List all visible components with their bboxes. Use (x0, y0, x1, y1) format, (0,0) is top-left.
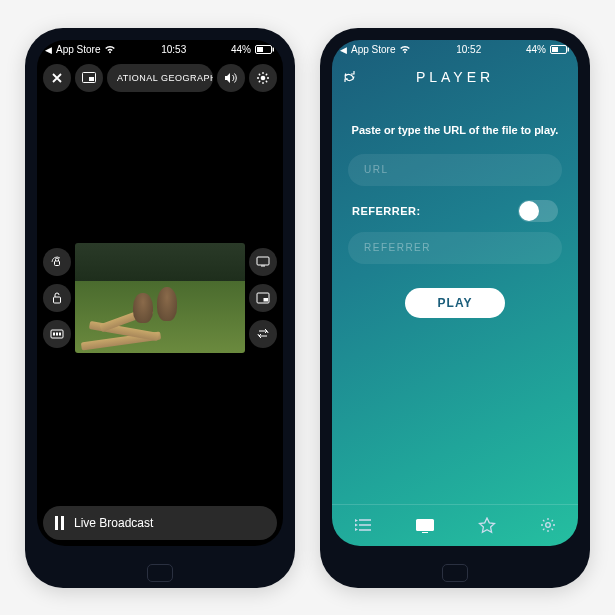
quality-icon[interactable] (43, 320, 71, 348)
svg-rect-19 (422, 532, 428, 533)
volume-button[interactable] (217, 64, 245, 92)
unlock-icon[interactable] (43, 284, 71, 312)
svg-point-20 (545, 523, 550, 528)
back-to-app-label[interactable]: App Store (351, 44, 395, 55)
phone-left: ◀ App Store 10:53 44% ATIONAL GEOGRA (25, 28, 295, 588)
play-button-label: PLAY (438, 296, 473, 310)
referrer-row: REFERRER: (348, 200, 562, 222)
svg-rect-2 (273, 48, 275, 52)
svg-rect-7 (54, 297, 61, 303)
ios-status-bar: ◀ App Store 10:53 44% (37, 40, 283, 60)
pause-button[interactable] (55, 516, 64, 530)
playlist-icon[interactable] (354, 518, 372, 532)
side-controls-right (249, 248, 277, 348)
ios-status-bar: ◀ App Store 10:52 44% (332, 40, 578, 60)
svg-rect-18 (416, 519, 434, 531)
battery-icon (550, 45, 570, 54)
loop-icon[interactable] (249, 320, 277, 348)
prompt-text: Paste or type the URL of the file to pla… (352, 124, 559, 136)
svg-rect-17 (568, 48, 570, 52)
star-icon[interactable] (478, 517, 496, 534)
svg-rect-16 (552, 47, 558, 52)
svg-point-5 (261, 75, 266, 80)
url-input[interactable]: URL (348, 154, 562, 186)
playback-bar: Live Broadcast (43, 506, 277, 540)
battery-percent: 44% (231, 44, 251, 55)
pip-icon[interactable] (249, 284, 277, 312)
rotation-lock-icon[interactable] (43, 248, 71, 276)
brightness-button[interactable] (249, 64, 277, 92)
side-controls-left (43, 248, 71, 348)
picture-in-picture-swap-icon[interactable] (75, 64, 103, 92)
svg-rect-12 (257, 257, 269, 265)
screen-right: ◀ App Store 10:52 44% PLAYER Paste or ty… (332, 40, 578, 546)
clock: 10:52 (456, 44, 481, 55)
bottom-tab-bar (332, 504, 578, 546)
back-to-app-icon[interactable]: ◀ (45, 45, 52, 55)
referrer-label: REFERRER: (352, 205, 421, 217)
app-header: PLAYER (332, 60, 578, 94)
svg-rect-9 (53, 332, 55, 335)
gear-icon[interactable] (539, 516, 557, 534)
svg-rect-11 (59, 332, 61, 335)
playback-status: Live Broadcast (74, 516, 153, 530)
player-form: Paste or type the URL of the file to pla… (332, 94, 578, 504)
video-thumbnail (75, 243, 245, 353)
video-viewport[interactable] (37, 96, 283, 500)
referrer-placeholder: REFERRER (364, 242, 431, 253)
battery-icon (255, 45, 275, 54)
back-to-app-icon[interactable]: ◀ (340, 45, 347, 55)
svg-rect-6 (55, 261, 60, 266)
play-button[interactable]: PLAY (405, 288, 505, 318)
svg-rect-4 (89, 77, 94, 81)
clock: 10:53 (161, 44, 186, 55)
wifi-icon (104, 45, 116, 54)
phone-right: ◀ App Store 10:52 44% PLAYER Paste or ty… (320, 28, 590, 588)
battery-percent: 44% (526, 44, 546, 55)
url-placeholder: URL (364, 164, 389, 175)
svg-rect-14 (264, 298, 269, 302)
back-to-app-label[interactable]: App Store (56, 44, 100, 55)
svg-rect-10 (56, 332, 58, 335)
screen-icon[interactable] (415, 518, 435, 533)
svg-rect-1 (257, 47, 263, 52)
screen-left: ◀ App Store 10:53 44% ATIONAL GEOGRA (37, 40, 283, 546)
display-icon[interactable] (249, 248, 277, 276)
channel-title[interactable]: ATIONAL GEOGRAPHIC (107, 64, 213, 92)
home-button[interactable] (442, 564, 468, 582)
home-button[interactable] (147, 564, 173, 582)
wifi-icon (399, 45, 411, 54)
page-title: PLAYER (416, 69, 494, 85)
referrer-input[interactable]: REFERRER (348, 232, 562, 264)
player-top-toolbar: ATIONAL GEOGRAPHIC (37, 60, 283, 96)
refresh-button[interactable] (342, 69, 357, 84)
referrer-toggle[interactable] (518, 200, 558, 222)
close-button[interactable] (43, 64, 71, 92)
